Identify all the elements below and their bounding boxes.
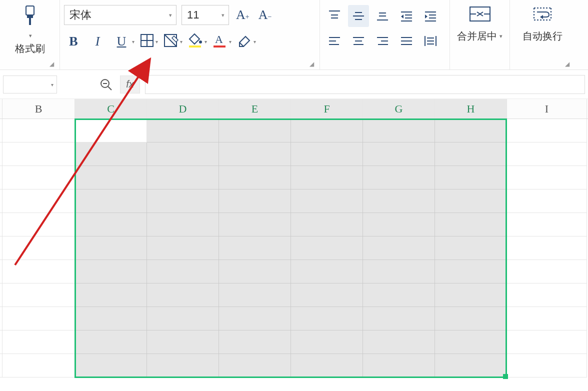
col-header-b[interactable]: B	[2, 99, 75, 118]
cell[interactable]	[147, 236, 219, 260]
cell[interactable]	[291, 166, 363, 190]
dialog-launcher-icon[interactable]: ◢	[565, 60, 572, 68]
cell-style-button[interactable]: ▾	[163, 33, 182, 50]
cell[interactable]	[363, 330, 435, 354]
cell[interactable]	[2, 213, 75, 236]
cell[interactable]	[363, 307, 435, 330]
align-top-button[interactable]	[324, 5, 345, 27]
cell[interactable]	[435, 213, 507, 236]
cell[interactable]	[291, 142, 363, 166]
col-header-g[interactable]: G	[363, 99, 435, 118]
cell[interactable]	[75, 213, 147, 236]
col-header-i[interactable]: I	[507, 99, 587, 118]
cell[interactable]	[291, 190, 363, 213]
col-header-d[interactable]: D	[147, 99, 219, 118]
cell[interactable]	[435, 142, 507, 166]
col-header-e[interactable]: E	[219, 99, 291, 118]
cell[interactable]	[219, 260, 291, 284]
cell[interactable]	[2, 354, 75, 378]
cell[interactable]	[507, 260, 587, 284]
align-center-button[interactable]	[348, 30, 369, 52]
font-size-select[interactable]: 11 ▾	[182, 5, 229, 25]
cell[interactable]	[2, 307, 75, 330]
cell[interactable]	[2, 284, 75, 307]
cell[interactable]	[75, 354, 147, 378]
cell[interactable]	[219, 354, 291, 378]
cell[interactable]	[75, 142, 147, 166]
cell[interactable]	[219, 213, 291, 236]
cell[interactable]	[2, 260, 75, 284]
cell[interactable]	[291, 260, 363, 284]
cell[interactable]	[219, 284, 291, 307]
format-painter-button[interactable]: ▾ 格式刷	[15, 5, 45, 56]
underline-button[interactable]: U ▾	[112, 32, 134, 51]
cell[interactable]	[363, 260, 435, 284]
cell[interactable]	[219, 190, 291, 213]
clear-format-button[interactable]: ▾	[236, 34, 256, 50]
cell[interactable]	[219, 166, 291, 190]
align-middle-button[interactable]	[348, 5, 369, 27]
fill-color-button[interactable]: ▾	[188, 33, 207, 50]
distribute-button[interactable]	[420, 30, 441, 52]
cell[interactable]	[435, 119, 507, 142]
cell[interactable]	[363, 142, 435, 166]
cell[interactable]	[363, 119, 435, 142]
align-left-button[interactable]	[324, 30, 345, 52]
cell[interactable]	[75, 166, 147, 190]
cell[interactable]	[435, 236, 507, 260]
cell[interactable]	[363, 354, 435, 378]
cell[interactable]	[435, 190, 507, 213]
cell[interactable]	[147, 213, 219, 236]
italic-button[interactable]: I	[88, 32, 107, 51]
cell[interactable]	[435, 354, 507, 378]
col-header-c[interactable]: C	[75, 99, 147, 118]
cell[interactable]	[75, 119, 147, 142]
cell[interactable]	[75, 190, 147, 213]
cell[interactable]	[291, 284, 363, 307]
cell[interactable]	[435, 166, 507, 190]
cell[interactable]	[507, 142, 587, 166]
font-color-button[interactable]: A ▾	[212, 33, 232, 50]
cell[interactable]	[507, 119, 587, 142]
cell[interactable]	[363, 213, 435, 236]
wrap-text-button[interactable]: 自动换行	[522, 5, 562, 43]
zoom-out-button[interactable]	[97, 76, 115, 94]
cell[interactable]	[147, 330, 219, 354]
cell[interactable]	[147, 190, 219, 213]
cell[interactable]	[291, 307, 363, 330]
cell[interactable]	[435, 260, 507, 284]
cell[interactable]	[363, 166, 435, 190]
cell[interactable]	[75, 284, 147, 307]
cell[interactable]	[507, 330, 587, 354]
cell[interactable]	[291, 236, 363, 260]
decrease-font-size-button[interactable]: A−	[256, 8, 274, 22]
cell[interactable]	[147, 284, 219, 307]
cell[interactable]	[507, 213, 587, 236]
cell[interactable]	[75, 330, 147, 354]
cell[interactable]	[363, 236, 435, 260]
col-header-h[interactable]: H	[435, 99, 507, 118]
cell[interactable]	[219, 236, 291, 260]
cell[interactable]	[507, 236, 587, 260]
cell[interactable]	[291, 354, 363, 378]
cell[interactable]	[147, 260, 219, 284]
increase-font-size-button[interactable]: A+	[234, 8, 252, 22]
borders-button[interactable]: ▾	[140, 33, 158, 50]
formula-input[interactable]	[145, 75, 585, 94]
increase-indent-button[interactable]	[420, 5, 441, 27]
cell[interactable]	[291, 213, 363, 236]
cell[interactable]	[435, 307, 507, 330]
cell[interactable]	[2, 190, 75, 213]
cell[interactable]	[147, 354, 219, 378]
cell[interactable]	[435, 330, 507, 354]
cell[interactable]	[2, 330, 75, 354]
dialog-launcher-icon[interactable]: ◢	[310, 60, 316, 68]
dialog-launcher-icon[interactable]: ◢	[50, 60, 56, 68]
col-header-f[interactable]: F	[291, 99, 363, 118]
cell[interactable]	[147, 119, 219, 142]
cell[interactable]	[507, 190, 587, 213]
fx-button[interactable]: fx	[120, 76, 140, 94]
cell[interactable]	[2, 119, 75, 142]
cell[interactable]	[219, 119, 291, 142]
cell[interactable]	[291, 330, 363, 354]
